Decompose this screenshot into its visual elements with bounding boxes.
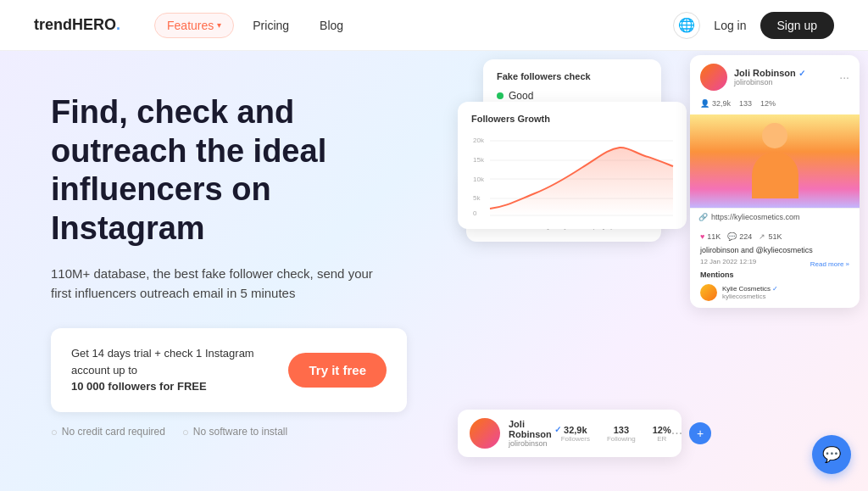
nav-right: 🌐 Log in Sign up: [673, 12, 834, 39]
trial-text-1: Get 14 days trial + check 1 Instagram ac…: [71, 347, 254, 377]
try-it-free-button[interactable]: Try it free: [288, 353, 387, 388]
hero-subtitle: 110M+ database, the best fake follower c…: [51, 265, 390, 303]
chat-icon: 💬: [822, 445, 841, 464]
logo-dot: .: [116, 16, 120, 33]
comments-count: 💬 224: [727, 232, 752, 241]
profile-image-area: [690, 114, 860, 208]
shares-count: ↗ 51K: [759, 232, 782, 241]
profile-photo: [690, 114, 860, 208]
profile-stats: 👤 32,9k 133 12%: [690, 99, 860, 114]
check-icon: ○: [51, 426, 58, 438]
following-stat: 133 Following: [607, 425, 636, 443]
read-more-link[interactable]: Read more »: [810, 260, 849, 268]
profile-header: Joli Robinson ✓ jolirobinson ···: [690, 55, 860, 99]
influencer-stats: 32,9k Followers 133 Following 12% ER: [561, 425, 671, 443]
influencer-actions: ··· +: [671, 422, 711, 444]
followers-stat: 32,9k Followers: [561, 425, 590, 443]
profile-website: https://kyliecosmetics.com: [711, 213, 800, 221]
influencer-bottom-bar: Joli Robinson ✓ jolirobinson 32,9k Follo…: [458, 410, 682, 457]
er-value: 12%: [653, 425, 671, 435]
er-label: ER: [653, 435, 671, 443]
heart-icon: ♥: [700, 232, 704, 241]
login-button[interactable]: Log in: [714, 19, 746, 32]
fake-followers-good-label: Good: [509, 90, 533, 102]
profile-card: Joli Robinson ✓ jolirobinson ··· 👤 32,9k…: [690, 55, 860, 308]
person-shape: [752, 123, 798, 199]
chevron-down-icon: ▾: [217, 20, 221, 30]
influencer-verified-icon: ✓: [554, 425, 561, 434]
fake-followers-status: Good: [497, 90, 648, 102]
fake-followers-title: Fake followers check: [497, 71, 648, 81]
profile-following-stat: 133: [739, 99, 752, 108]
features-dropdown-button[interactable]: Features ▾: [154, 13, 234, 38]
mentions-title: Mentions: [700, 271, 849, 279]
avatar-image: [700, 64, 727, 91]
profile-followers-stat: 👤 32,9k: [700, 99, 731, 108]
followers-growth-chart: 20k 15k 10k 5k 0: [471, 132, 675, 217]
no-credit-card-badge: ○ No credit card required: [51, 426, 165, 438]
blog-link[interactable]: Blog: [308, 14, 355, 37]
profile-name: Joli Robinson ✓: [734, 68, 839, 78]
chat-button[interactable]: 💬: [812, 435, 851, 474]
share-icon: ↗: [759, 232, 765, 241]
svg-text:5k: 5k: [473, 194, 481, 202]
influencer-avatar: [470, 418, 500, 449]
no-software-badge: ○ No software to install: [182, 426, 287, 438]
er-stat: 12% ER: [653, 425, 671, 443]
signup-button[interactable]: Sign up: [760, 12, 834, 39]
followers-value: 32,9k: [561, 425, 590, 435]
profile-link-bar: 🔗 https://kyliecosmetics.com: [690, 208, 860, 226]
profile-bottom: ♥ 11K 💬 224 ↗ 51K jolirobinson and @kyli…: [690, 226, 860, 308]
post-date: 12 Jan 2022 12:19: [700, 258, 756, 265]
mention-avatar: [700, 284, 717, 301]
svg-text:0: 0: [473, 209, 477, 217]
more-actions-icon[interactable]: ···: [671, 426, 682, 441]
more-options-icon[interactable]: ···: [839, 70, 849, 84]
mention-verified-icon: ✓: [772, 285, 778, 293]
mention-handle: kyliecosmetics: [722, 293, 778, 300]
verified-icon: ✓: [798, 69, 805, 78]
followers-growth-title: Followers Growth: [471, 114, 673, 124]
following-value: 133: [607, 425, 636, 435]
profile-handle: jolirobinson: [734, 78, 839, 86]
no-cc-badges: ○ No credit card required ○ No software …: [51, 426, 407, 438]
logo[interactable]: trendHERO.: [34, 16, 120, 34]
comment-icon: 💬: [727, 232, 737, 241]
profile-info: Joli Robinson ✓ jolirobinson: [734, 68, 839, 86]
logo-trend: trend: [34, 16, 72, 33]
post-description: jolirobinson and @kyliecosmetics: [700, 246, 849, 254]
influencer-name: Joli Robinson ✓: [509, 419, 561, 439]
followers-label: Followers: [561, 435, 590, 443]
post-date-row: 12 Jan 2022 12:19 Read more »: [700, 258, 849, 271]
add-influencer-button[interactable]: +: [689, 422, 711, 444]
language-button[interactable]: 🌐: [673, 12, 700, 39]
following-label: Following: [607, 435, 636, 443]
svg-text:10k: 10k: [473, 176, 485, 183]
trial-box: Get 14 days trial + check 1 Instagram ac…: [51, 328, 407, 412]
mention-item: Kylie Cosmetics ✓ kyliecosmetics: [700, 284, 849, 301]
followers-growth-card: Followers Growth 20k 15k 10k 5k 0: [458, 102, 687, 229]
check-icon-2: ○: [182, 426, 189, 438]
logo-hero: HERO: [72, 16, 116, 33]
hero-title: Find, check and outreach the ideal influ…: [51, 93, 407, 248]
trial-text-2: 10 000 followers for FREE: [71, 380, 207, 393]
navbar: trendHERO. Features ▾ Pricing Blog 🌐 Log…: [0, 0, 868, 51]
influencer-handle: jolirobinson: [509, 439, 561, 448]
nav-links: Features ▾ Pricing Blog: [154, 13, 673, 38]
features-label: Features: [167, 19, 214, 32]
profile-avatar: [700, 64, 727, 91]
green-dot-icon: [497, 92, 504, 99]
hero-section: Find, check and outreach the ideal influ…: [0, 51, 868, 491]
pricing-link[interactable]: Pricing: [241, 14, 301, 37]
hearts-count: ♥ 11K: [700, 232, 721, 241]
profile-engagement: ♥ 11K 💬 224 ↗ 51K: [700, 232, 849, 241]
hero-left: Find, check and outreach the ideal influ…: [0, 51, 441, 491]
followers-icon: 👤: [700, 99, 709, 108]
profile-er-stat: 12%: [760, 99, 776, 108]
link-icon: 🔗: [698, 213, 708, 221]
svg-text:20k: 20k: [473, 137, 485, 144]
mention-info: Kylie Cosmetics ✓ kyliecosmetics: [722, 285, 778, 300]
svg-text:15k: 15k: [473, 156, 485, 164]
mention-name: Kylie Cosmetics ✓: [722, 285, 778, 293]
influencer-info: Joli Robinson ✓ jolirobinson: [509, 419, 561, 448]
